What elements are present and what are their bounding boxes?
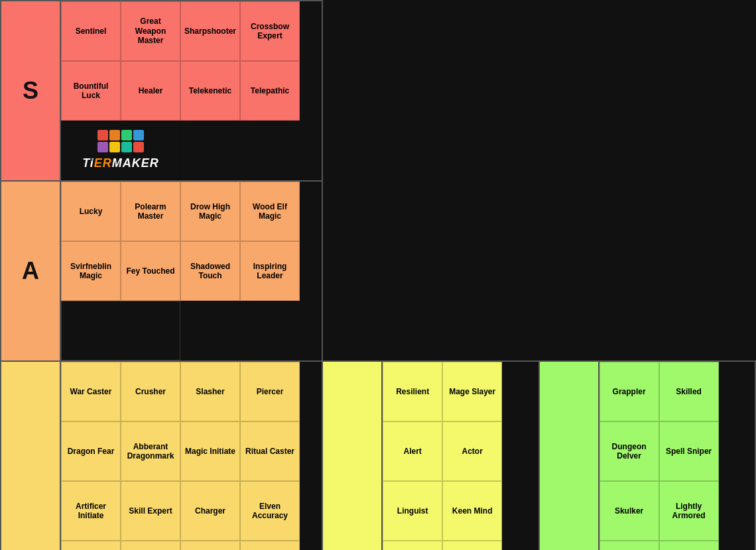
- feat-item[interactable]: [61, 301, 180, 360]
- feat-item[interactable]: Sharpshooter: [180, 1, 240, 61]
- feat-item[interactable]: Second Chance: [121, 541, 180, 550]
- tier-table: SSentinelGreat Weapon MasterSharpshooter…: [0, 0, 756, 550]
- feat-item[interactable]: Lucky: [61, 182, 121, 241]
- feat-item[interactable]: Resilient: [383, 362, 442, 421]
- feat-item[interactable]: Telekenetic: [180, 61, 240, 121]
- feat-item[interactable]: Skill Expert: [121, 481, 180, 541]
- feat-item[interactable]: Alert: [383, 421, 442, 481]
- feat-item[interactable]: Crossbow Expert: [240, 1, 300, 61]
- feat-item[interactable]: Savage Attacker: [599, 541, 659, 550]
- feat-item[interactable]: Polearm Master: [121, 182, 180, 241]
- tiermaker-logo: TiERMAKER: [61, 121, 180, 180]
- tier-label-C: C: [322, 361, 382, 550]
- feat-item[interactable]: Elven Accuracy: [240, 481, 300, 541]
- feat-item[interactable]: Fade Away: [180, 541, 240, 550]
- tier-content-B: War CasterCrusherSlasherPiercerDragon Fe…: [60, 361, 322, 550]
- feat-item[interactable]: Squat Nimbleness: [61, 541, 121, 550]
- tier-label-B: B: [1, 361, 60, 550]
- feat-item[interactable]: Dungeon Delver: [599, 421, 659, 481]
- feat-item[interactable]: Chef: [383, 541, 442, 550]
- feat-item[interactable]: Telepathic: [240, 61, 300, 121]
- tier-label-F: F: [539, 361, 599, 550]
- feat-item[interactable]: Slasher: [180, 362, 240, 421]
- tier-content-A: LuckyPolearm MasterDrow High MagicWood E…: [60, 181, 322, 361]
- feat-item[interactable]: Heavy Armor Master: [442, 541, 502, 550]
- feat-item[interactable]: Svirfneblin Magic: [61, 241, 121, 301]
- feat-item[interactable]: Sentinel: [61, 1, 121, 61]
- feat-item[interactable]: Abberant Dragonmark: [121, 421, 180, 481]
- feat-item[interactable]: Dragon Fear: [61, 421, 121, 481]
- feat-item[interactable]: Healer: [121, 61, 180, 121]
- feat-item[interactable]: Linguist: [383, 481, 442, 541]
- feat-item[interactable]: Drow High Magic: [180, 182, 240, 241]
- feat-item[interactable]: Orcish Fury: [240, 541, 300, 550]
- feat-item[interactable]: Spell Sniper: [659, 421, 719, 481]
- feat-item[interactable]: Wood Elf Magic: [240, 182, 300, 241]
- tier-content-F: GrapplerSkilledDungeon DelverSpell Snipe…: [599, 361, 755, 550]
- feat-item[interactable]: Poisoner: [659, 541, 719, 550]
- feat-item[interactable]: Artificer Initiate: [61, 481, 121, 541]
- feat-item[interactable]: Magic Initiate: [180, 421, 240, 481]
- feat-item[interactable]: War Caster: [61, 362, 121, 421]
- feat-item[interactable]: Crusher: [121, 362, 180, 421]
- feat-item[interactable]: Skilled: [659, 362, 719, 421]
- feat-item[interactable]: Piercer: [240, 362, 300, 421]
- feat-item[interactable]: Great Weapon Master: [121, 1, 180, 61]
- feat-item[interactable]: Ritual Caster: [240, 421, 300, 481]
- feat-item[interactable]: Fey Touched: [121, 241, 180, 301]
- feat-item[interactable]: Shadowed Touch: [180, 241, 240, 301]
- feat-item[interactable]: Skulker: [599, 481, 659, 541]
- feat-item[interactable]: Keen Mind: [442, 481, 502, 541]
- tier-content-S: SentinelGreat Weapon MasterSharpshooterC…: [60, 1, 322, 181]
- feat-item[interactable]: Actor: [442, 421, 502, 481]
- feat-item[interactable]: Charger: [180, 481, 240, 541]
- feat-item[interactable]: Lightly Armored: [659, 481, 719, 541]
- feat-item[interactable]: Mage Slayer: [442, 362, 502, 421]
- feat-item[interactable]: Inspiring Leader: [240, 241, 300, 301]
- tier-content-C: ResilientMage SlayerAlertActorLinguistKe…: [382, 361, 538, 550]
- tier-label-A: A: [1, 181, 60, 361]
- feat-item[interactable]: Bountiful Luck: [61, 61, 121, 121]
- feat-item[interactable]: Grappler: [599, 362, 659, 421]
- tier-label-S: S: [1, 1, 60, 181]
